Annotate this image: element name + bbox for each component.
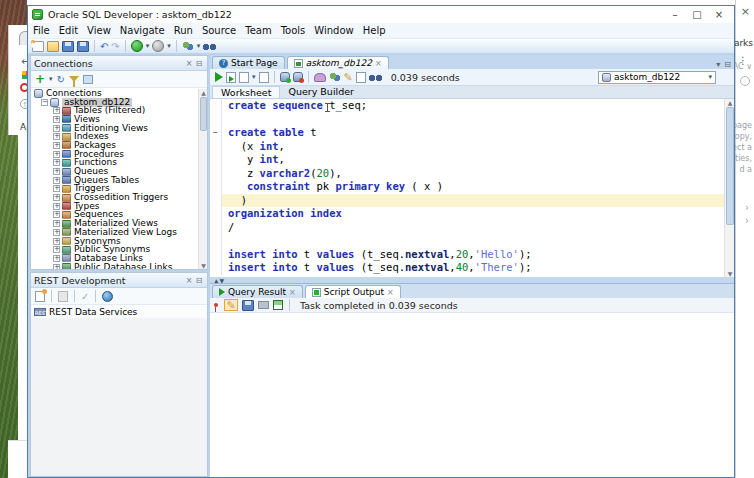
fold-collapse-icon[interactable]: − <box>210 126 222 140</box>
collapse-all-icon[interactable] <box>83 75 93 84</box>
commit-icon[interactable] <box>280 72 290 82</box>
expand-icon[interactable]: + <box>53 177 60 184</box>
menu-item-run[interactable]: Run <box>174 25 193 36</box>
rest-data-services-item[interactable]: REST REST Data Services <box>31 306 207 318</box>
run-dropdown-icon[interactable]: ▾ <box>146 42 150 50</box>
menu-item-team[interactable]: Team <box>245 25 271 36</box>
panel-close-icon[interactable]: × <box>184 59 194 68</box>
connection-dropdown-icon[interactable]: ▾ <box>708 73 712 81</box>
explain-plan-icon[interactable] <box>259 72 269 83</box>
expand-icon[interactable]: + <box>53 107 60 114</box>
tab-script-output[interactable]: Script Output × <box>305 285 401 298</box>
scrollbar-thumb[interactable] <box>200 97 207 131</box>
validate-icon[interactable]: ✓ <box>81 291 89 302</box>
panel-minimize-icon[interactable]: ⊟ <box>194 276 204 285</box>
globe-icon[interactable] <box>102 291 113 302</box>
menu-item-window[interactable]: Window <box>314 25 353 36</box>
tab-close-icon[interactable]: × <box>289 288 296 297</box>
tab-asktom-db122[interactable]: asktom_db122 × <box>287 56 389 69</box>
team-icon[interactable] <box>182 41 194 52</box>
save-icon[interactable] <box>62 41 74 52</box>
expand-icon[interactable]: + <box>53 238 60 245</box>
restore-icon[interactable]: ⊟ <box>724 60 731 69</box>
tab-query-result[interactable]: Query Result × <box>212 285 303 298</box>
tree-item-procedures[interactable]: +Procedures <box>31 150 207 159</box>
script-output-area[interactable] <box>210 313 734 477</box>
filter-icon[interactable] <box>69 76 79 82</box>
expand-icon[interactable]: + <box>53 116 60 123</box>
sql-history-icon[interactable] <box>356 72 366 83</box>
close-button[interactable]: × <box>708 9 730 20</box>
refresh-icon[interactable]: ↻ <box>57 74 65 85</box>
find-icon[interactable] <box>203 41 216 51</box>
run-statement-icon[interactable] <box>215 72 223 82</box>
collapse-icon[interactable]: − <box>41 99 48 106</box>
expand-icon[interactable]: + <box>53 229 60 236</box>
connection-selector[interactable]: asktom_db122 ▾ <box>598 71 716 84</box>
tree-item-tables-filtered-[interactable]: +Tables (Filtered) <box>31 106 207 115</box>
new-rest-icon[interactable] <box>35 291 45 302</box>
save-all-icon[interactable] <box>77 41 89 52</box>
expand-icon[interactable]: + <box>53 211 60 218</box>
expand-icon[interactable]: + <box>53 125 60 132</box>
expand-icon[interactable]: + <box>53 151 60 158</box>
menu-item-source[interactable]: Source <box>202 25 236 36</box>
debug-icon[interactable] <box>152 40 164 52</box>
grid-icon[interactable] <box>273 300 283 310</box>
menu-item-edit[interactable]: Edit <box>59 25 78 36</box>
tab-list-icon[interactable]: ▾ <box>716 60 720 69</box>
add-connection-icon[interactable]: + <box>35 73 45 85</box>
tree-item-crossedition-triggers[interactable]: +Crossedition Triggers <box>31 193 207 202</box>
code-area[interactable]: create sequence t_seq; −create table t (… <box>210 99 734 277</box>
tree-item-queues-tables[interactable]: +Queues Tables <box>31 176 207 185</box>
menu-item-view[interactable]: View <box>87 25 111 36</box>
tree-item-indexes[interactable]: +Indexes <box>31 132 207 141</box>
tree-item-editioning-views[interactable]: +Editioning Views <box>31 124 207 133</box>
minimize-button[interactable]: – <box>664 9 686 20</box>
expand-icon[interactable]: + <box>53 142 60 149</box>
menu-item-tools[interactable]: Tools <box>281 25 306 36</box>
copy-icon[interactable] <box>58 291 68 302</box>
tab-close-icon[interactable]: × <box>375 59 382 68</box>
expand-icon[interactable]: + <box>53 168 60 175</box>
run-script-icon[interactable] <box>226 72 236 83</box>
editor-scrollbar[interactable]: ▲ ▼ <box>724 99 734 277</box>
open-icon[interactable] <box>47 41 59 52</box>
scrollbar-thumb[interactable] <box>726 107 734 225</box>
print-icon[interactable] <box>258 301 269 309</box>
panel-minimize-icon[interactable]: ⊟ <box>194 59 204 68</box>
expand-icon[interactable]: + <box>53 133 60 140</box>
to-upper-icon[interactable] <box>329 72 341 83</box>
expand-icon[interactable]: + <box>53 159 60 166</box>
menu-item-file[interactable]: File <box>33 25 50 36</box>
menu-item-help[interactable]: Help <box>363 25 386 36</box>
connections-tree[interactable]: Connections − asktom_db122 +Tables (Filt… <box>31 89 207 269</box>
expand-icon[interactable]: + <box>53 185 60 192</box>
expand-icon[interactable]: + <box>53 246 60 253</box>
tree-item-public-database-links[interactable]: +Public Database Links <box>31 263 207 269</box>
expand-icon[interactable]: + <box>53 194 60 201</box>
scroll-down-icon[interactable]: ▼ <box>726 270 734 277</box>
clear-icon[interactable]: ✎ <box>344 72 353 83</box>
save-output-icon[interactable] <box>242 300 254 311</box>
panel-close-icon[interactable]: × <box>184 276 194 285</box>
tree-item-functions[interactable]: +Functions <box>31 159 207 168</box>
debug-dropdown-icon[interactable]: ▾ <box>167 42 171 50</box>
autotrace-icon[interactable] <box>239 72 249 83</box>
tab-worksheet[interactable]: Worksheet <box>212 86 280 98</box>
run-icon[interactable] <box>131 40 143 52</box>
tab-query-builder[interactable]: Query Builder <box>280 86 362 98</box>
maximize-button[interactable]: □ <box>686 9 708 20</box>
redo-icon[interactable]: ↶ <box>111 41 119 52</box>
tab-start-page[interactable]: ? Start Page <box>212 56 285 69</box>
unshared-worksheet-icon[interactable] <box>314 73 326 82</box>
undo-icon[interactable]: ↶ <box>100 41 108 52</box>
expand-icon[interactable]: + <box>53 220 60 227</box>
autotrace-dropdown-icon[interactable]: ▾ <box>252 73 256 81</box>
rollback-icon[interactable] <box>293 72 303 82</box>
menu-item-navigate[interactable]: Navigate <box>120 25 165 36</box>
scroll-up-icon[interactable]: ▲ <box>200 89 207 96</box>
tab-close-icon[interactable]: × <box>387 288 394 297</box>
clear-output-button[interactable]: ✎ <box>224 299 238 311</box>
expand-icon[interactable]: + <box>53 255 60 262</box>
